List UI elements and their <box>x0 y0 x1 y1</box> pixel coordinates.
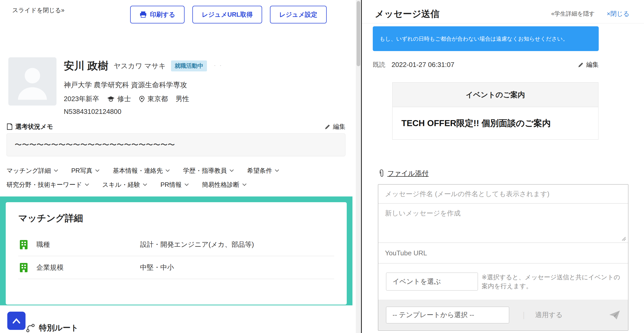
student-furigana: ヤスカワ マサキ <box>113 61 166 71</box>
matching-row-value: 設計・開発エンジニア(メカ、部品等) <box>140 240 254 249</box>
name-row: 安川 政樹 ヤスカワ マサキ 就職活動中 ・・ <box>64 59 224 73</box>
nav-item-personality[interactable]: 簡易性格診断 <box>202 181 247 189</box>
event-select[interactable]: イベントを選ぶ <box>386 273 478 291</box>
nav-item-research[interactable]: 研究分野・技術キーワード <box>7 181 89 189</box>
close-panel-link[interactable]: ×閉じる <box>607 10 629 18</box>
nav-item-pr-photo[interactable]: PR写真 <box>71 166 100 175</box>
message-panel: メッセージ送信 «学生詳細を隠す ×閉じる もし、いずれの日時もご都合が合わない… <box>362 0 644 333</box>
close-slide-link[interactable]: スライドを閉じる» <box>12 6 65 14</box>
resume-settings-label: レジュメ設定 <box>279 10 317 19</box>
message-timestamp: 2022-01-27 06:31:07 <box>392 61 454 69</box>
file-attach-label: ファイル添付 <box>387 169 428 178</box>
template-select[interactable]: -- テンプレートから選択 -- <box>386 307 509 323</box>
avatar <box>8 57 56 106</box>
nav-item-matching[interactable]: マッチング詳細 <box>7 166 58 175</box>
print-button[interactable]: 印刷する <box>130 6 185 23</box>
school-line: 神戸大学 農学研究科 資源生命科学専攻 <box>64 80 224 90</box>
nav-label: スキル・経験 <box>102 181 140 189</box>
section-nav: マッチング詳細 PR写真 基本情報・連絡先 学歴・指導教員 希望条件 研究分野・… <box>7 167 279 189</box>
sent-message-bubble: もし、いずれの日時もご都合が合わない場合は遠慮なくお知らせください。 <box>373 26 599 51</box>
message-row <box>378 204 628 243</box>
nav-item-preferences[interactable]: 希望条件 <box>247 166 279 175</box>
memo-edit-button[interactable]: 編集 <box>325 122 345 131</box>
nav-label: 簡易性格診断 <box>202 181 239 189</box>
youtube-url-input[interactable] <box>378 243 628 263</box>
nav-item-skills[interactable]: スキル・経験 <box>102 181 148 189</box>
message-panel-title: メッセージ送信 <box>375 8 439 20</box>
apply-template-button[interactable]: 適用する <box>535 310 563 319</box>
student-detail-panel: スライドを閉じる» 印刷する レジュメURL取得 レジュメ設定 <box>0 0 356 333</box>
nav-label: PR情報 <box>160 181 181 189</box>
message-edit-label: 編集 <box>586 60 599 69</box>
send-icon <box>609 310 620 320</box>
chevron-down-icon <box>184 183 189 186</box>
template-divider: | <box>523 311 525 319</box>
vertical-scrollbar[interactable] <box>356 0 361 333</box>
location-pin-icon <box>139 95 145 103</box>
gender-label: 男性 <box>176 94 189 103</box>
matching-row-label: 職種 <box>36 240 133 249</box>
nav-label: 学歴・指導教員 <box>183 166 227 175</box>
scrollbar-thumb[interactable] <box>357 1 360 66</box>
resume-settings-button[interactable]: レジュメ設定 <box>270 6 327 23</box>
nav-row-1: マッチング詳細 PR写真 基本情報・連絡先 学歴・指導教員 希望条件 <box>7 167 279 175</box>
event-card-header: イベントのご案内 <box>393 83 598 107</box>
grad-year: 2023年新卒 <box>64 94 99 103</box>
resume-url-label: レジュメURL取得 <box>202 10 253 19</box>
student-name: 安川 政樹 <box>64 59 108 73</box>
chevron-down-icon <box>242 183 247 186</box>
event-card-body: TECH OFFER限定!! 個別面談のご案内 <box>393 107 598 140</box>
event-announcement-card: イベントのご案内 TECH OFFER限定!! 個別面談のご案内 <box>392 82 598 140</box>
chevron-down-icon <box>165 169 170 172</box>
chevron-up-icon <box>11 317 22 324</box>
nav-label: 希望条件 <box>247 166 272 175</box>
matching-row-label: 企業規模 <box>36 263 133 272</box>
chevron-down-icon <box>54 169 58 172</box>
chevron-down-icon <box>143 183 147 186</box>
resume-toolbar: 印刷する レジュメURL取得 レジュメ設定 <box>130 6 327 23</box>
file-attach-link[interactable]: ファイル添付 <box>378 169 428 178</box>
building-icon <box>18 262 29 273</box>
nav-item-education[interactable]: 学歴・指導教員 <box>183 166 234 175</box>
matching-title: マッチング詳細 <box>18 212 334 224</box>
special-route-label: 特別ルート <box>39 323 78 333</box>
resize-handle-icon[interactable] <box>621 236 626 241</box>
building-icon <box>18 239 29 250</box>
matching-section: マッチング詳細 職種 設計・開発エンジニア(メカ、部品等) 企業規模 中堅・中小 <box>0 196 352 305</box>
chevron-down-icon <box>85 183 89 186</box>
matching-card: マッチング詳細 職種 設計・開発エンジニア(メカ、部品等) 企業規模 中堅・中小 <box>6 202 347 305</box>
memo-edit-label: 編集 <box>333 122 345 131</box>
chevron-down-icon <box>95 169 100 172</box>
resume-url-button[interactable]: レジュメURL取得 <box>192 6 262 23</box>
nav-label: 基本情報・連絡先 <box>113 166 163 175</box>
nav-label: PR写真 <box>71 166 92 175</box>
nav-item-basic-info[interactable]: 基本情報・連絡先 <box>113 166 170 175</box>
memo-header: 選考状況メモ 編集 <box>7 122 345 131</box>
location-label: 東京都 <box>148 94 168 103</box>
nav-item-pr-info[interactable]: PR情報 <box>160 181 189 189</box>
read-status-label: 既読 <box>373 60 385 69</box>
nav-row-2: 研究分野・技術キーワード スキル・経験 PR情報 簡易性格診断 <box>7 181 279 189</box>
print-label: 印刷する <box>150 10 175 19</box>
matching-row-companysize: 企業規模 中堅・中小 <box>18 256 334 279</box>
message-panel-header: メッセージ送信 «学生詳細を隠す ×閉じる <box>375 6 629 22</box>
drag-dots: ・・ <box>212 62 224 69</box>
profile-info: 安川 政樹 ヤスカワ マサキ 就職活動中 ・・ 神戸大学 農学研究科 資源生命科… <box>64 59 224 116</box>
memo-content: 〜〜〜〜〜〜〜〜〜〜〜〜〜〜〜〜〜〜〜〜〜〜 <box>7 133 345 156</box>
message-textarea[interactable] <box>378 204 628 243</box>
meta-row: 2023年新卒 修士 東京都 男性 <box>64 94 224 103</box>
subject-input[interactable] <box>378 184 628 203</box>
scroll-to-top-button[interactable] <box>7 312 26 330</box>
note-icon <box>7 123 13 130</box>
youtube-row <box>378 243 628 263</box>
subject-row <box>378 184 628 204</box>
printer-icon <box>140 11 147 18</box>
event-select-row: イベントを選ぶ ※選択すると、メッセージ送信と共にイベントの案内を行えます。 <box>378 263 628 300</box>
send-button[interactable] <box>609 310 620 320</box>
message-edit-button[interactable]: 編集 <box>578 60 599 69</box>
chevron-down-icon <box>229 169 234 172</box>
location-item: 東京都 <box>139 94 168 103</box>
event-select-note: ※選択すると、メッセージ送信と共にイベントの案内を行えます。 <box>482 273 620 291</box>
paperclip-icon <box>378 169 385 178</box>
hide-student-details-link[interactable]: «学生詳細を隠す <box>551 10 595 18</box>
